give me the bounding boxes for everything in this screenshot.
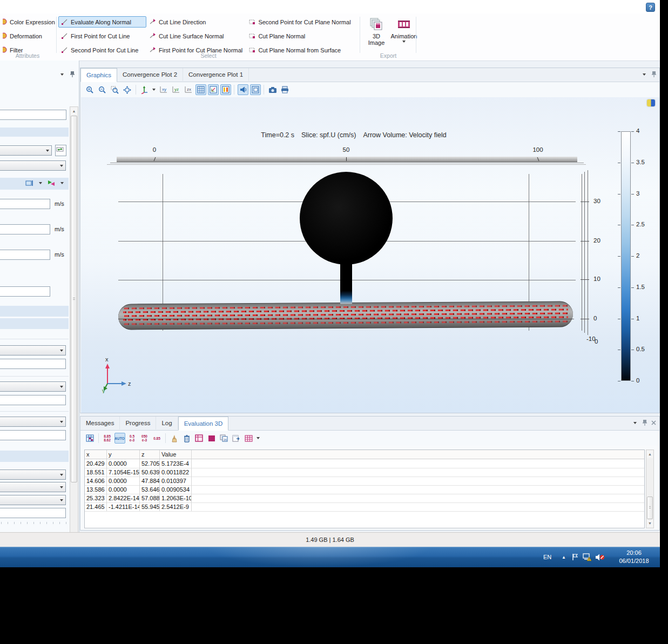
tab-log[interactable]: Log [156,417,178,430]
action-center-flag-icon[interactable] [571,547,579,567]
settings-dropdown[interactable] [0,469,66,480]
scroll-up-button[interactable]: ▲ [71,108,77,115]
settings-dropdown[interactable] [0,145,52,156]
zoom-extents-button[interactable] [122,84,133,95]
column-header-z[interactable]: z [140,450,160,459]
full-precision-button[interactable]: 8.858.62 [102,433,113,444]
scene-light-button[interactable] [238,84,248,95]
scroll-up-button[interactable]: ▲ [647,451,653,458]
section-header[interactable] [0,178,69,190]
chevron-down-icon[interactable] [257,437,260,439]
settings-input[interactable] [0,430,66,440]
export-3d-image-button[interactable]: 3D Image [365,17,388,46]
go-to-yz-view-button[interactable]: yz [171,84,181,95]
section-header[interactable] [0,318,69,329]
decimal-notation-button[interactable]: 0.85 [152,433,163,444]
table-row[interactable]: 14.6060.000047.8840.010397 [85,477,644,486]
volume-muted-icon[interactable] [595,547,605,567]
table-graph-button[interactable] [194,433,205,444]
copy-table-button[interactable]: 36 [219,433,230,444]
settings-input[interactable] [0,286,50,297]
clear-table-button[interactable] [169,433,180,444]
chevron-down-icon[interactable] [60,182,64,184]
ribbon-item-color-expression[interactable]: Color Expression [0,16,55,28]
close-icon[interactable] [651,420,656,425]
column-header-x[interactable]: x [85,450,107,459]
graphics-canvas[interactable]: Time=0.2 s Slice: spf.U (cm/s) Arrow Vol… [81,97,659,413]
settings-dropdown[interactable] [0,417,66,427]
taskbar-clock[interactable]: 20:06 06/01/2018 [609,549,659,565]
tab-messages[interactable]: Messages [80,417,120,430]
table-row[interactable]: 21.465-1.4211E-1455.9452.5412E-9 [85,502,644,512]
table-settings-button[interactable] [244,433,254,444]
settings-input[interactable] [0,359,66,369]
column-header-y[interactable]: y [107,450,140,459]
table-scrollbar[interactable]: ▲ ▼ [646,450,654,528]
ribbon-item-cut-line-direction[interactable]: Cut Line Direction [146,16,246,28]
settings-input[interactable] [0,250,50,260]
engineering-notation-button[interactable]: 050e-3 [139,433,150,444]
settings-dropdown[interactable] [0,381,66,392]
default-3d-view-button[interactable] [139,84,150,95]
section-header[interactable] [0,451,69,462]
ribbon-item-evaluate-along-normal[interactable]: Evaluate Along Normal [58,16,146,28]
zoom-box-button[interactable] [110,84,120,95]
print-button[interactable] [280,84,291,95]
network-status-icon[interactable] [583,547,592,567]
table-row[interactable]: 20.4290.000052.7055.1723E-4 [85,459,644,468]
export-table-button[interactable] [231,433,242,444]
go-to-zx-view-button[interactable]: zx [183,84,194,95]
settings-scrollbar[interactable]: ▲ ▼ [70,106,78,574]
environment-reflections-button[interactable] [250,84,261,95]
tab-graphics[interactable]: Graphics [80,68,117,82]
table-surface-button[interactable] [206,433,217,444]
settings-dropdown[interactable] [0,160,66,171]
chevron-down-icon[interactable] [39,182,42,184]
show-grid-button[interactable] [195,84,206,95]
tab-evaluation-3d[interactable]: Evaluation 3D [178,417,229,431]
update-table-button[interactable] [85,433,96,444]
section-header[interactable] [0,306,69,317]
pin-icon[interactable] [643,420,647,426]
tab-progress[interactable]: Progress [120,417,156,430]
go-to-xy-view-button[interactable]: xy [158,84,169,95]
ribbon-item-first-point-for-cut-line[interactable]: First Point for Cut Line [58,30,146,42]
table-header-row[interactable]: xyzValue [85,450,644,459]
language-indicator[interactable]: EN [543,547,551,567]
chevron-down-icon[interactable] [152,89,156,91]
ribbon-item-deformation[interactable]: Deformation [0,30,55,42]
tab-convergence-plot-1[interactable]: Convergence Plot 1 [183,68,249,81]
ribbon-item-cut-line-surface-normal[interactable]: Cut Line Surface Normal [146,30,246,42]
table-row[interactable]: 13.5860.000053.6460.0090534 [85,485,644,494]
show-hidden-icons-button[interactable]: ▲ [562,547,566,567]
settings-input[interactable] [0,199,50,209]
section-header[interactable] [0,128,69,137]
ribbon-item-cut-plane-normal[interactable]: Cut Plane Normal [246,30,359,42]
table-row[interactable]: 25.3232.8422E-1457.0881.2063E-10 [85,494,644,503]
automatic-notation-button[interactable]: AUTO [114,433,125,444]
panel-menu-chevron-down-icon[interactable] [643,73,646,76]
image-snapshot-button[interactable] [267,84,278,95]
view-state-icon[interactable] [647,99,655,106]
zoom-in-button[interactable] [85,84,96,95]
replace-expression-button[interactable] [55,145,66,156]
settings-input[interactable] [0,508,66,518]
show-color-legend-button[interactable] [220,84,231,95]
export-animation-button[interactable]: Animation [389,17,419,43]
sphere-3d-model[interactable] [300,172,393,265]
scientific-notation-button[interactable]: 0.5e-3 [127,433,138,444]
pipe-3d-model[interactable] [118,301,573,330]
ribbon-item-second-point-for-cut-plane-normal[interactable]: Second Point for Cut Plane Normal [246,16,359,28]
panel-menu-chevron-down-icon[interactable] [633,422,637,424]
evaluation-table[interactable]: xyzValue20.4290.000052.7055.1723E-418.55… [84,450,645,528]
tube-3d-model[interactable] [340,262,352,304]
settings-dropdown[interactable] [0,495,66,505]
settings-dropdown[interactable] [0,345,66,355]
table-row[interactable]: 18.5517.1054E-1550.6390.0011822 [85,468,644,477]
help-button[interactable]: ? [646,3,655,12]
show-axis-orientation-button[interactable] [208,84,219,95]
pin-icon[interactable] [70,71,75,77]
settings-input[interactable] [0,395,66,405]
zoom-out-button[interactable] [97,84,108,95]
pin-icon[interactable] [652,71,656,77]
